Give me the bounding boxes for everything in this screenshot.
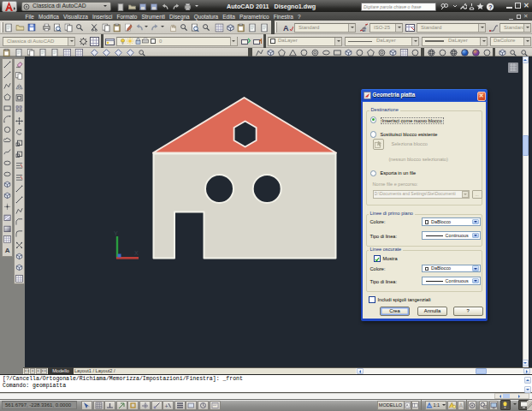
- svg-text:X: X: [134, 250, 139, 256]
- svg-text:A: A: [458, 402, 463, 408]
- svg-text:?: ?: [488, 3, 492, 9]
- svg-text:A: A: [4, 247, 9, 254]
- svg-text:Y: Y: [114, 230, 118, 236]
- svg-text:A: A: [283, 24, 289, 33]
- svg-text:+: +: [165, 402, 168, 408]
- svg-text:⇵: ⇵: [362, 27, 367, 33]
